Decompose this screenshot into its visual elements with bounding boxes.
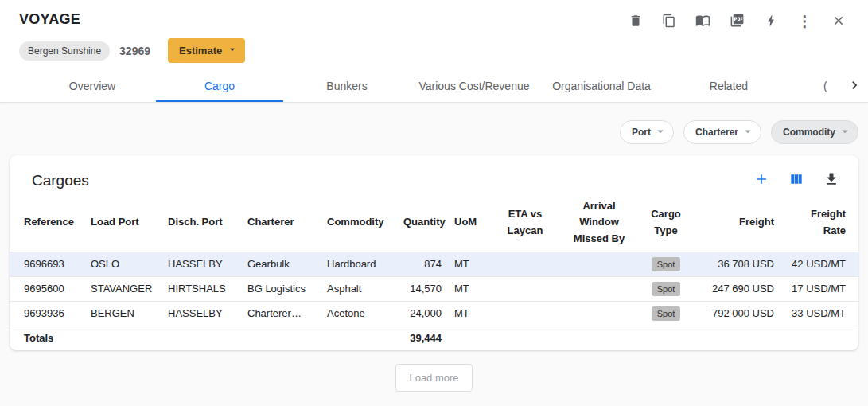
table-row[interactable]: 9695600 STAVANGER HIRTSHALS BG Logistics… xyxy=(10,276,858,301)
cell-arrival-window-missed-by[interactable] xyxy=(558,301,640,326)
columns-button[interactable] xyxy=(787,170,806,191)
book-icon xyxy=(695,13,710,30)
col-header-commodity[interactable]: Commodity xyxy=(321,194,397,252)
cargoes-card: Cargoes Reference Load Port Disch. Port xyxy=(10,155,858,350)
cell-charterer[interactable]: BG Logistics xyxy=(241,276,321,301)
cell-quantity[interactable]: 14,570 xyxy=(397,276,448,301)
cell-commodity[interactable]: Asphalt xyxy=(321,276,397,301)
cell-cargo-type[interactable]: Spot xyxy=(640,252,691,276)
close-button[interactable] xyxy=(830,12,847,32)
filter-commodity[interactable]: Commodity xyxy=(771,120,858,144)
copy-icon xyxy=(662,14,676,30)
delete-button[interactable] xyxy=(627,12,644,32)
download-button[interactable] xyxy=(822,170,841,191)
cell-quantity[interactable]: 874 xyxy=(397,252,448,276)
load-more-area: Load more xyxy=(0,350,868,392)
cell-arrival-window-missed-by[interactable] xyxy=(558,252,640,276)
bolt-button[interactable] xyxy=(762,12,780,32)
cell-reference[interactable]: 9696693 xyxy=(10,252,84,276)
voyage-header: VOYAGE ⋮ Bergen Suns xyxy=(0,0,868,71)
col-header-freight-rate[interactable]: Freight Rate xyxy=(780,194,858,252)
cell-freight[interactable]: 36 708 USD xyxy=(691,252,780,276)
tab-partial[interactable]: ( xyxy=(823,71,841,102)
tab-cargo[interactable]: Cargo xyxy=(156,71,283,102)
delete-icon xyxy=(629,14,643,30)
cell-disch-port[interactable]: HIRTSHALS xyxy=(162,276,241,301)
cell-load-port[interactable]: OSLO xyxy=(84,252,162,276)
more-options-button[interactable]: ⋮ xyxy=(796,13,814,30)
pdf-export-button[interactable] xyxy=(728,11,746,32)
cell-reference[interactable]: 9693936 xyxy=(10,301,84,326)
cell-eta-vs-laycan[interactable] xyxy=(492,252,558,276)
cell-uom[interactable]: MT xyxy=(448,301,492,326)
header-toolbar: ⋮ xyxy=(627,11,849,32)
cell-cargo-type[interactable]: Spot xyxy=(640,276,691,301)
cell-uom[interactable]: MT xyxy=(448,276,492,301)
estimate-label: Estimate xyxy=(179,45,222,57)
cell-load-port[interactable]: STAVANGER xyxy=(84,276,162,301)
cell-uom[interactable]: MT xyxy=(448,252,492,276)
cargoes-title: Cargoes xyxy=(32,172,89,189)
cell-cargo-type[interactable]: Spot xyxy=(640,301,691,326)
filter-port-label: Port xyxy=(632,127,651,138)
columns-icon xyxy=(788,171,804,189)
filter-charterer[interactable]: Charterer xyxy=(683,120,761,144)
filter-port[interactable]: Port xyxy=(620,120,674,144)
cell-freight-rate[interactable]: 33 USD/MT xyxy=(780,301,858,326)
tab-related[interactable]: Related xyxy=(665,71,792,102)
table-row[interactable]: 9696693 OSLO HASSELBY Gearbulk Hardboard… xyxy=(10,252,858,276)
col-header-reference[interactable]: Reference xyxy=(10,194,84,252)
col-header-quantity[interactable]: Quantity xyxy=(397,194,448,252)
cell-eta-vs-laycan[interactable] xyxy=(492,276,558,301)
totals-row: Totals 39,444 xyxy=(10,326,858,350)
col-header-eta-vs-laycan[interactable]: ETA vs Laycan xyxy=(492,194,558,252)
vessel-chip[interactable]: Bergen Sunshine xyxy=(19,41,110,61)
cell-freight[interactable]: 792 000 USD xyxy=(691,301,780,326)
more-vert-icon: ⋮ xyxy=(797,14,812,29)
cell-quantity[interactable]: 24,000 xyxy=(397,301,448,326)
col-header-freight[interactable]: Freight xyxy=(691,194,780,252)
copy-button[interactable] xyxy=(660,12,678,32)
cell-reference[interactable]: 9695600 xyxy=(10,276,84,301)
download-icon xyxy=(823,171,839,189)
plus-icon xyxy=(753,171,769,189)
col-header-arrival-window-missed-by[interactable]: Arrival Window Missed By xyxy=(558,194,640,252)
tab-bunkers[interactable]: Bunkers xyxy=(283,71,411,102)
tab-overview[interactable]: Overview xyxy=(29,71,156,102)
cell-disch-port[interactable]: HASSELBY xyxy=(162,301,241,326)
col-header-uom[interactable]: UoM xyxy=(448,194,492,252)
chevron-right-icon xyxy=(847,77,862,96)
cell-freight-rate[interactable]: 17 USD/MT xyxy=(780,276,858,301)
tabs-scroll-right-button[interactable] xyxy=(841,71,868,102)
cell-commodity[interactable]: Acetone xyxy=(321,301,397,326)
cell-charterer[interactable]: Gearbulk xyxy=(241,252,321,276)
col-header-charterer[interactable]: Charterer xyxy=(241,194,321,252)
table-row[interactable]: 9693936 BERGEN HASSELBY Charterer… Aceto… xyxy=(10,301,858,326)
cell-disch-port[interactable]: HASSELBY xyxy=(162,252,241,276)
tab-organisational-data[interactable]: Organisational Data xyxy=(538,71,665,102)
tab-bar: Overview Cargo Bunkers Various Cost/Reve… xyxy=(0,71,868,103)
voyage-number: 32969 xyxy=(119,45,150,57)
add-cargo-button[interactable] xyxy=(752,170,771,191)
book-button[interactable] xyxy=(694,11,712,32)
cell-commodity[interactable]: Hardboard xyxy=(321,252,397,276)
chevron-down-icon xyxy=(741,124,755,141)
tab-various-cost-revenue[interactable]: Various Cost/Revenue xyxy=(411,71,538,102)
filter-commodity-label: Commodity xyxy=(783,127,835,138)
col-header-load-port[interactable]: Load Port xyxy=(84,194,162,252)
cell-arrival-window-missed-by[interactable] xyxy=(558,276,640,301)
cell-load-port[interactable]: BERGEN xyxy=(84,301,162,326)
estimate-button[interactable]: Estimate xyxy=(168,38,245,63)
tabs-spacer xyxy=(792,71,823,102)
cell-charterer[interactable]: Charterer… xyxy=(241,301,321,326)
cell-freight-rate[interactable]: 42 USD/MT xyxy=(780,252,858,276)
load-more-button[interactable]: Load more xyxy=(395,364,472,392)
col-header-disch-port[interactable]: Disch. Port xyxy=(162,194,241,252)
cell-eta-vs-laycan[interactable] xyxy=(492,301,558,326)
close-icon xyxy=(831,14,846,30)
cell-freight[interactable]: 247 690 USD xyxy=(691,276,780,301)
cargo-type-badge: Spot xyxy=(652,282,681,296)
col-header-cargo-type[interactable]: Cargo Type xyxy=(640,194,691,252)
filter-bar: Port Charterer Commodity xyxy=(0,103,868,144)
totals-label: Totals xyxy=(10,326,84,350)
